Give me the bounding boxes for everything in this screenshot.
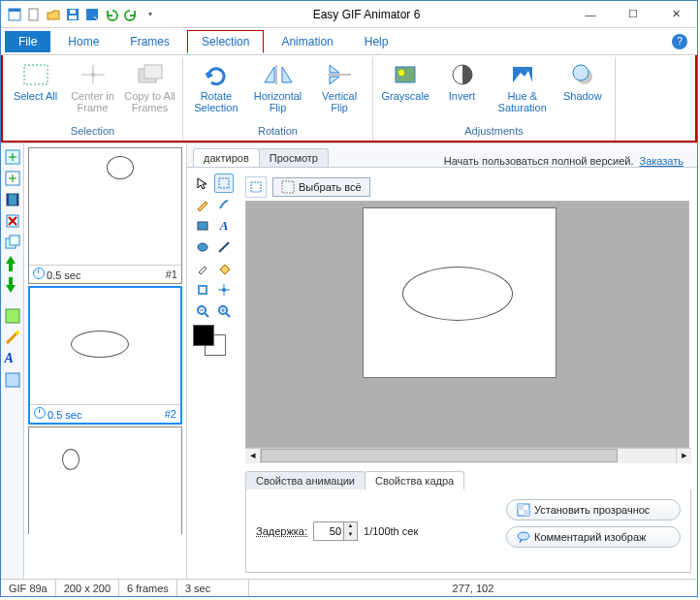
frames-panel: 0.5 sec#1 0.5 sec#2: [24, 143, 187, 579]
tab-animation[interactable]: Animation: [268, 31, 346, 52]
svg-rect-37: [282, 181, 294, 193]
pencil-tool-icon[interactable]: [193, 195, 212, 214]
frame-2[interactable]: 0.5 sec#2: [28, 286, 182, 425]
hue-saturation-button[interactable]: Hue & Saturation: [493, 59, 553, 115]
tab-frame-props[interactable]: Свойства кадра: [365, 471, 464, 489]
rotate-selection-button[interactable]: Rotate Selection: [189, 59, 243, 115]
horizontal-scrollbar[interactable]: ◂ ▸: [245, 448, 691, 463]
frame-properties-pane: Задержка: ▲▼ 1/100th сек Установить проз…: [245, 489, 691, 573]
huesat-label: Hue & Saturation: [493, 90, 553, 113]
help-icon[interactable]: ?: [672, 34, 687, 49]
tab-frames[interactable]: Frames: [116, 31, 183, 52]
file-menu[interactable]: File: [5, 31, 50, 52]
status-format: GIF 89a: [1, 580, 56, 596]
save-icon[interactable]: [65, 7, 80, 22]
frame-3[interactable]: [28, 426, 182, 534]
svg-rect-1: [9, 9, 20, 12]
horizontal-flip-button[interactable]: Horizontal Flip: [247, 59, 308, 115]
brush-tool-icon[interactable]: [214, 195, 234, 214]
group-selection-label: Selection: [3, 125, 182, 141]
add-blank-frame-icon[interactable]: [5, 171, 20, 186]
window-title: Easy GIF Animator 6: [164, 8, 569, 21]
delay-input[interactable]: [314, 522, 343, 540]
group-rotation-label: Rotation: [183, 125, 372, 141]
eyedropper-tool-icon[interactable]: [193, 259, 212, 278]
svg-point-33: [222, 288, 226, 292]
undo-icon[interactable]: [104, 7, 119, 22]
pointer-tool-icon[interactable]: [193, 174, 212, 193]
svg-rect-11: [396, 67, 415, 82]
tab-preview[interactable]: Просмотр: [259, 148, 329, 167]
select-all-canvas-button[interactable]: Выбрать всё: [272, 177, 370, 197]
spin-down[interactable]: ▼: [343, 531, 357, 540]
frame-1-num: #1: [166, 268, 177, 280]
color-swatches[interactable]: [193, 325, 236, 356]
new-icon[interactable]: [26, 7, 42, 22]
export-icon[interactable]: [5, 372, 20, 388]
open-icon[interactable]: [46, 7, 61, 22]
rect-tool-icon[interactable]: [193, 216, 212, 236]
center-label: Center in Frame: [66, 90, 119, 113]
tab-anim-props[interactable]: Свойства анимации: [245, 471, 366, 489]
delay-label: Задержка:: [256, 525, 307, 537]
text-icon[interactable]: A: [5, 351, 20, 366]
redo-icon[interactable]: [123, 7, 139, 22]
frame-1[interactable]: 0.5 sec#1: [28, 147, 182, 284]
svg-rect-24: [10, 236, 19, 245]
canvas[interactable]: [245, 201, 689, 448]
maximize-button[interactable]: ☐: [612, 1, 654, 28]
zoom-out-icon[interactable]: [193, 301, 212, 321]
ellipse-tool-icon[interactable]: [193, 237, 212, 257]
tab-editor[interactable]: дактиров: [193, 148, 260, 167]
qat-dropdown-icon[interactable]: ▾: [143, 7, 158, 22]
delay-spinner[interactable]: ▲▼: [313, 521, 358, 541]
set-transparency-button[interactable]: Установить прозрачнос: [506, 499, 681, 521]
italic-text-icon[interactable]: A: [214, 216, 234, 236]
tab-home[interactable]: Home: [54, 31, 112, 52]
delete-frame-icon[interactable]: [5, 213, 20, 229]
svg-point-12: [398, 70, 404, 76]
add-frame-icon[interactable]: [5, 149, 20, 165]
grayscale-label: Grayscale: [381, 90, 430, 102]
promo-text: Начать пользоваться полной версией.Заказ…: [444, 155, 691, 167]
tab-selection[interactable]: Selection: [187, 30, 264, 53]
zoom-in-icon[interactable]: [214, 301, 234, 321]
svg-rect-40: [524, 510, 529, 516]
line-tool-icon[interactable]: [214, 237, 234, 257]
minimize-button[interactable]: —: [569, 1, 612, 28]
image-comment-button[interactable]: Комментарий изображ: [506, 526, 681, 548]
svg-rect-36: [251, 182, 261, 192]
shadow-button[interactable]: Shadow: [557, 59, 609, 104]
edit-frame-icon[interactable]: [5, 308, 20, 324]
svg-rect-28: [219, 178, 229, 188]
invert-button[interactable]: Invert: [435, 59, 488, 104]
svg-rect-2: [29, 9, 38, 20]
crop-tool-icon[interactable]: [193, 280, 212, 300]
move-up-icon[interactable]: [5, 256, 20, 271]
magic-icon[interactable]: [5, 330, 20, 345]
film-icon[interactable]: [5, 192, 20, 207]
copy-to-label: Copy to All Frames: [123, 90, 176, 113]
move-down-icon[interactable]: [5, 277, 20, 293]
vertical-flip-button[interactable]: Vertical Flip: [312, 59, 366, 115]
move-tool-icon[interactable]: [214, 280, 234, 300]
status-duration: 3 sec: [177, 580, 249, 596]
sel-rect-icon[interactable]: [245, 176, 267, 198]
svg-point-26: [16, 331, 19, 334]
svg-rect-4: [69, 16, 77, 19]
select-all-button[interactable]: Select All: [9, 59, 62, 104]
tab-help[interactable]: Help: [351, 31, 402, 52]
fill-tool-icon[interactable]: [214, 259, 234, 278]
close-button[interactable]: ✕: [654, 1, 697, 28]
invert-label: Invert: [449, 90, 476, 102]
foreground-color[interactable]: [193, 325, 214, 346]
order-link[interactable]: Заказать: [640, 155, 684, 167]
svg-rect-10: [144, 65, 162, 79]
status-bar: GIF 89a 200 x 200 6 frames 3 sec 277, 10…: [1, 579, 697, 596]
grayscale-button[interactable]: Grayscale: [379, 59, 431, 104]
svg-rect-27: [6, 373, 19, 387]
marquee-tool-icon[interactable]: [214, 174, 234, 193]
spin-up[interactable]: ▲: [343, 522, 357, 531]
saveas-icon[interactable]: [84, 7, 100, 22]
duplicate-frame-icon[interactable]: [5, 235, 20, 250]
